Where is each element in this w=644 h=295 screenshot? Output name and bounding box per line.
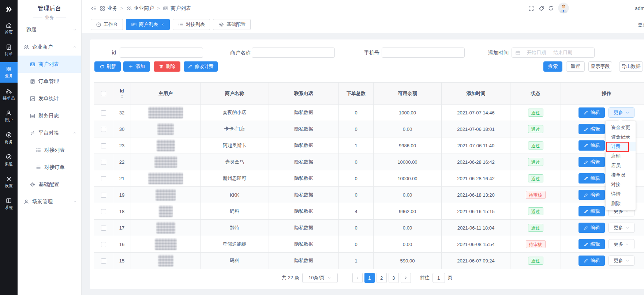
row-checkbox[interactable] xyxy=(101,110,106,116)
refresh-button[interactable]: 刷新 xyxy=(94,61,121,72)
edit-button[interactable]: 编辑 xyxy=(579,239,605,249)
dropdown-item-删除[interactable]: 删除 xyxy=(606,199,636,208)
next-page-button[interactable] xyxy=(401,273,411,283)
sidebar-item-base-config[interactable]: 基础配置 xyxy=(18,176,81,193)
prev-page-button[interactable] xyxy=(352,273,363,283)
edit-button[interactable]: 编辑 xyxy=(579,124,605,134)
more-button[interactable]: 更多 xyxy=(609,107,634,118)
row-checkbox[interactable] xyxy=(101,193,106,198)
row-checkbox[interactable] xyxy=(101,143,106,148)
dropdown-item-店铺[interactable]: 店铺 xyxy=(606,151,636,161)
dropdown-item-接单员[interactable]: 接单员 xyxy=(606,170,636,180)
rail-item-system[interactable]: 系统 xyxy=(0,194,18,214)
fullscreen-icon[interactable] xyxy=(528,5,534,11)
app-logo[interactable] xyxy=(0,3,18,15)
row-checkbox[interactable] xyxy=(101,242,106,247)
export-button[interactable]: 导出数据 xyxy=(619,61,643,72)
tabs-more-button[interactable]: 更多 xyxy=(638,21,644,29)
filter-time-label: 添加时间 xyxy=(479,48,509,58)
rail-item-finance[interactable]: 财务 xyxy=(0,128,18,148)
more-button[interactable]: 更多 xyxy=(609,223,634,233)
dashboard-icon xyxy=(96,22,101,27)
edit-button[interactable]: 编辑 xyxy=(579,190,605,200)
edit-button[interactable]: 编辑 xyxy=(579,140,605,151)
edit-billing-button[interactable]: 修改计费 xyxy=(184,61,218,72)
dropdown-item-计费[interactable]: 计费 xyxy=(606,142,636,151)
rail-item-order[interactable]: 订单 xyxy=(0,40,18,61)
row-checkbox[interactable] xyxy=(101,127,106,132)
edit-button[interactable]: 编辑 xyxy=(579,223,605,233)
sidebar-item-dispatch-stats[interactable]: 发单统计 xyxy=(18,90,81,107)
pagination-total: 共 22 条 xyxy=(282,275,299,281)
breadcrumb-item-business[interactable]: 业务 xyxy=(100,5,117,12)
rail-item-home[interactable]: 首页 xyxy=(0,18,18,39)
tag-icon[interactable] xyxy=(539,5,545,11)
date-start-placeholder[interactable]: 开始日期 xyxy=(527,49,553,56)
breadcrumb-item-enterprise-merchant[interactable]: 企业商户 xyxy=(126,5,154,12)
dropdown-item-详情[interactable]: 详情 xyxy=(606,189,636,199)
sort-carets-icon[interactable] xyxy=(120,94,124,99)
rail-item-settings[interactable]: 设置 xyxy=(0,172,18,192)
row-checkbox[interactable] xyxy=(101,258,106,264)
refresh-icon[interactable] xyxy=(548,5,554,11)
filter-merchant-input[interactable] xyxy=(252,48,335,58)
search-button[interactable]: 搜索 xyxy=(543,61,562,72)
sidebar-item-merchant-list[interactable]: 商户列表 xyxy=(18,56,81,73)
page-button-1[interactable]: 1 xyxy=(364,273,375,283)
reset-button[interactable]: 重置 xyxy=(566,61,585,72)
edit-button[interactable]: 编辑 xyxy=(579,157,605,167)
tab-base-config[interactable]: 基础配置 xyxy=(213,19,251,30)
sidebar-item-enterprise-merchant[interactable]: 企业商户 xyxy=(18,38,81,56)
date-end-placeholder[interactable]: 结束日期 xyxy=(553,49,580,56)
page-size-select[interactable]: 10条/页 xyxy=(302,273,338,283)
cell-main-user xyxy=(131,137,201,154)
edit-button[interactable]: 编辑 xyxy=(579,107,605,118)
cell-time: 2021-06-28 16:42 xyxy=(442,154,510,170)
sidebar-item-finance-log[interactable]: 财务日志 xyxy=(18,107,81,124)
sidebar-item-scene-manage[interactable]: 场景管理 xyxy=(18,193,81,210)
row-checkbox[interactable] xyxy=(101,209,106,214)
sidebar-item-platform-connect[interactable]: 平台对接 xyxy=(18,124,81,141)
status-badge: 通过 xyxy=(528,109,543,117)
tab-connect-list[interactable]: 对接列表 xyxy=(173,19,210,30)
delete-button[interactable]: 删除 xyxy=(154,61,180,72)
avatar[interactable] xyxy=(558,3,569,14)
add-button[interactable]: 添加 xyxy=(123,61,150,72)
show-fields-button[interactable]: 显示字段 xyxy=(588,61,612,72)
filter-date-range-picker[interactable]: 开始日期 结束日期 xyxy=(512,48,595,58)
page-button-3[interactable]: 3 xyxy=(389,273,399,283)
breadcrumb-item-merchant-list[interactable]: 商户列表 xyxy=(163,5,191,12)
edit-label: 编辑 xyxy=(591,142,600,149)
dropdown-item-资金记录[interactable]: 资金记录 xyxy=(606,132,636,142)
sidebar-item-order-manage[interactable]: 订单管理 xyxy=(18,73,81,90)
edit-button[interactable]: 编辑 xyxy=(579,173,605,184)
cell-merchant-name: 星邻送跑腿 xyxy=(201,236,269,253)
rail-item-user[interactable]: 用户 xyxy=(0,106,18,126)
rail-item-channel[interactable]: 渠道 xyxy=(0,150,18,170)
dropdown-item-资金变更[interactable]: 资金变更 xyxy=(606,123,636,132)
goto-page-input[interactable] xyxy=(433,273,445,283)
more-button[interactable]: 更多 xyxy=(609,239,634,249)
rail-item-courier[interactable]: 接单员 xyxy=(0,84,18,105)
dropdown-item-对接[interactable]: 对接 xyxy=(606,180,636,189)
sidebar-item-errand[interactable]: 跑腿 xyxy=(18,21,81,38)
page-button-2[interactable]: 2 xyxy=(377,273,387,283)
select-all-checkbox[interactable] xyxy=(101,91,106,96)
more-button[interactable]: 更多 xyxy=(609,256,634,266)
rail-item-business[interactable]: 业务 xyxy=(0,62,18,83)
filter-phone-input[interactable] xyxy=(382,48,465,58)
row-checkbox[interactable] xyxy=(101,160,106,165)
row-checkbox[interactable] xyxy=(101,176,106,181)
dropdown-item-店员[interactable]: 店员 xyxy=(606,161,636,170)
sidebar-item-connect-orders[interactable]: 对接订单 xyxy=(18,159,81,176)
edit-button[interactable]: 编辑 xyxy=(579,206,605,216)
username[interactable]: admin xyxy=(635,5,644,12)
pen-icon xyxy=(584,209,588,214)
filter-id-input[interactable] xyxy=(120,48,203,58)
row-checkbox[interactable] xyxy=(101,226,106,231)
tab-workbench[interactable]: 工作台 xyxy=(91,19,123,30)
tab-merchant-list[interactable]: 商户列表 xyxy=(126,19,170,30)
sidebar-item-connect-list[interactable]: 对接列表 xyxy=(18,141,81,159)
edit-button[interactable]: 编辑 xyxy=(579,256,605,266)
cell-id: 16 xyxy=(113,236,131,253)
